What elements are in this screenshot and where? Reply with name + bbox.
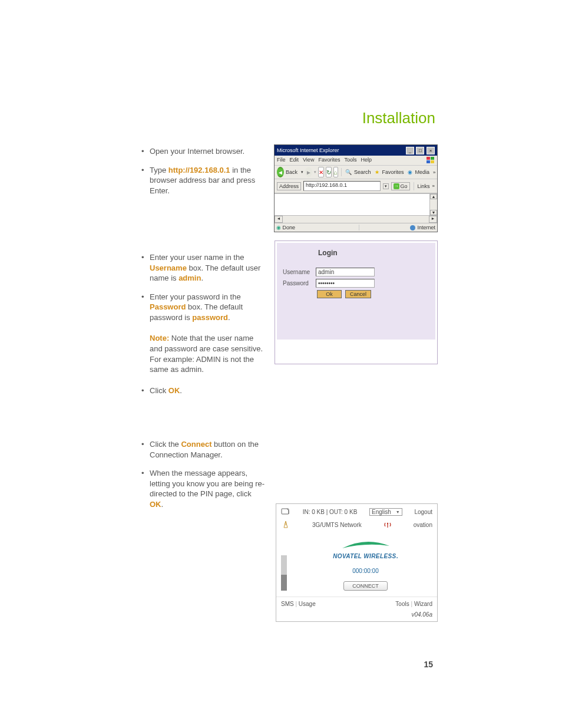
go-label: Go	[401, 183, 408, 189]
step-type-url: Type http://192.168.0.1 in the browser a…	[141, 165, 265, 196]
address-dropdown-icon[interactable]: ▾	[383, 183, 389, 189]
svg-rect-2	[427, 160, 430, 163]
status-done-icon: ◉	[276, 225, 281, 230]
brand-name: NOVATEL WIRELESS.	[294, 553, 437, 559]
text: .	[201, 274, 203, 282]
svg-rect-1	[431, 157, 434, 160]
text: Enter your password in the	[150, 292, 241, 301]
page-header: Installation	[362, 109, 435, 127]
ok-button[interactable]: Ok	[317, 290, 342, 298]
cancel-button[interactable]: Cancel	[345, 290, 371, 298]
password-keyword: Password	[150, 302, 186, 311]
connect-keyword: Connect	[181, 440, 211, 449]
address-input[interactable]: http://192.168.0.1	[303, 181, 380, 191]
browser-titlebar: Microsoft Internet Explorer _ □ ×	[275, 145, 437, 156]
username-row: Username admin	[283, 268, 429, 276]
brand-model: ovation	[414, 522, 432, 528]
browser-title-text: Microsoft Internet Explorer	[277, 147, 339, 153]
media-icon[interactable]: ◉	[407, 167, 413, 177]
text: Open your Internet browser.	[150, 147, 244, 156]
logout-link[interactable]: Logout	[414, 509, 432, 515]
version-label: v04.06a	[276, 610, 437, 621]
menu-bar: File Edit View Favorites Tools Help	[275, 156, 437, 166]
ok-keyword-2: OK	[150, 500, 161, 509]
back-icon[interactable]: ◄	[277, 167, 284, 177]
connect-button[interactable]: CONNECT	[343, 581, 388, 591]
go-button[interactable]: → Go	[391, 182, 410, 190]
wizard-link[interactable]: Wizard	[414, 601, 432, 607]
menu-view[interactable]: View	[303, 157, 314, 164]
step-enter-username: Enter your user name in the Username box…	[141, 252, 265, 284]
note-block: Note: Note that the user name and passwo…	[141, 333, 265, 374]
media-label[interactable]: Media	[415, 169, 429, 175]
signal-strength-icon	[281, 555, 287, 591]
menu-edit[interactable]: Edit	[290, 157, 299, 164]
forward-dropdown-icon[interactable]: ▾	[314, 170, 316, 174]
step-click-connect: Click the Connect button on the Connecti…	[141, 439, 265, 460]
links-chevrons-icon[interactable]: »	[432, 183, 435, 189]
favorites-icon[interactable]: ★	[374, 167, 380, 177]
menu-favorites[interactable]: Favorites	[318, 157, 340, 164]
text: Type	[150, 166, 168, 174]
step-click-ok: Click OK.	[141, 386, 265, 396]
forward-icon[interactable]: ►	[305, 167, 312, 177]
maximize-icon[interactable]: □	[416, 147, 424, 154]
username-default: admin	[178, 274, 201, 282]
close-icon[interactable]: ×	[427, 147, 435, 154]
tools-link[interactable]: Tools	[395, 601, 409, 607]
status-bar: ◉ Done Internet	[275, 223, 437, 232]
note-label: Note:	[150, 334, 169, 342]
chevron-down-icon: ▼	[396, 510, 400, 514]
back-dropdown-icon[interactable]: ▾	[301, 170, 303, 174]
sms-link[interactable]: SMS	[281, 601, 294, 607]
password-default: password	[192, 313, 228, 322]
stop-icon[interactable]: ✕	[318, 167, 324, 177]
home-icon[interactable]: ⌂	[333, 167, 338, 177]
internet-zone-text: Internet	[417, 225, 435, 230]
ok-keyword: OK	[168, 386, 180, 395]
scroll-right-icon[interactable]: ►	[429, 216, 437, 223]
back-label[interactable]: Back	[286, 169, 297, 175]
connection-manager: IN: 0 KB | OUT: 0 KB English ▼ Logout 3G…	[276, 503, 438, 622]
refresh-icon[interactable]: ↻	[326, 167, 332, 177]
minimize-icon[interactable]: _	[406, 147, 414, 154]
windows-logo-icon	[427, 157, 435, 164]
links-label[interactable]: Links	[418, 183, 430, 189]
login-title: Login	[283, 249, 429, 257]
browser-toolbar: ◄ Back ▾ ► ▾ ✕ ↻ ⌂ 🔍 Search ★ Favorites …	[275, 166, 437, 179]
address-label: Address	[277, 182, 301, 190]
toolbar-chevrons-icon[interactable]: »	[433, 170, 435, 175]
text: When the message appears, letting you kn…	[150, 469, 265, 498]
text: Click the	[150, 440, 181, 449]
separator: |	[294, 601, 299, 607]
tower-icon	[281, 520, 290, 529]
username-input[interactable]: admin	[316, 268, 375, 276]
svg-rect-0	[427, 157, 430, 160]
browser-viewport	[275, 193, 437, 215]
horizontal-scrollbar[interactable]: ◄ ►	[275, 215, 437, 223]
language-select[interactable]: English ▼	[369, 508, 402, 516]
password-row: Password ••••••••	[283, 279, 429, 288]
favorites-label[interactable]: Favorites	[382, 169, 404, 175]
login-window: Login Username admin Password •••••••• O…	[275, 241, 438, 364]
text: .	[161, 500, 164, 509]
network-name: 3G/UMTS Network	[312, 522, 362, 528]
scroll-left-icon[interactable]: ◄	[275, 216, 283, 223]
search-icon[interactable]: 🔍	[345, 167, 352, 177]
menu-help[interactable]: Help	[361, 157, 372, 164]
connection-timer: 000:00:00	[294, 568, 437, 574]
instruction-column: Open your Internet browser. Type http://…	[141, 146, 265, 518]
username-keyword: Username	[150, 263, 187, 272]
vertical-scrollbar[interactable]	[429, 194, 437, 215]
menu-file[interactable]: File	[277, 157, 286, 164]
menu-tools[interactable]: Tools	[344, 157, 356, 164]
sim-icon	[281, 507, 290, 516]
search-label[interactable]: Search	[354, 169, 371, 175]
password-input[interactable]: ••••••••	[316, 279, 375, 288]
antenna-icon	[384, 521, 392, 528]
step-pin-redirect: When the message appears, letting you kn…	[141, 468, 265, 509]
url-highlight: http://192.168.0.1	[168, 166, 230, 174]
internet-zone-icon	[410, 225, 415, 230]
usage-link[interactable]: Usage	[299, 601, 316, 607]
go-arrow-icon: →	[394, 183, 399, 189]
